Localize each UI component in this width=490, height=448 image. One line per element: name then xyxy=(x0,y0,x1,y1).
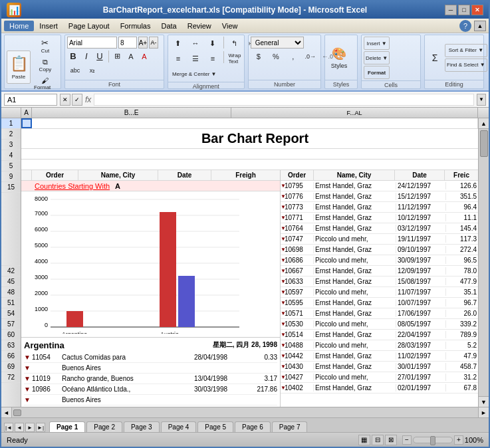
border-button[interactable]: ⊞ xyxy=(112,51,124,62)
paste-button[interactable]: 📋 Paste xyxy=(7,51,31,84)
menu-formulas[interactable]: Formulas xyxy=(115,21,156,31)
name-box[interactable]: A1 xyxy=(4,94,57,106)
tab-nav-next[interactable]: ► xyxy=(25,423,35,432)
font-color-button[interactable]: A xyxy=(138,51,150,62)
row-num-69[interactable]: 69 xyxy=(1,362,21,372)
tab-page-2[interactable]: Page 2 xyxy=(86,421,122,432)
insert-button[interactable]: Insert ▼ xyxy=(364,37,390,50)
font-name-input[interactable]: Arial xyxy=(67,37,117,49)
scroll-up-button[interactable]: ▲ xyxy=(479,118,489,129)
h-scroll-thumb[interactable] xyxy=(13,409,21,416)
scroll-right-button[interactable]: ► xyxy=(478,407,489,417)
row-num-60[interactable]: 60 xyxy=(1,330,21,340)
page-layout-view-button[interactable]: ⊟ xyxy=(372,435,384,445)
tab-page-3[interactable]: Page 3 xyxy=(124,421,160,432)
delete-button[interactable]: Delete ▼ xyxy=(364,51,390,64)
font-size-input[interactable]: 8 xyxy=(118,37,137,49)
row-num-5[interactable]: 5 xyxy=(1,161,21,171)
row-num-45[interactable]: 45 xyxy=(1,277,21,287)
styles-button[interactable]: 🎨 Styles xyxy=(327,41,351,74)
scroll-thumb[interactable] xyxy=(480,130,488,157)
tab-page-5[interactable]: Page 5 xyxy=(197,421,233,432)
scroll-track[interactable] xyxy=(479,158,489,396)
zoom-in-button[interactable]: + xyxy=(454,435,463,445)
row-num-72[interactable]: 72 xyxy=(1,372,21,383)
comma-button[interactable]: , xyxy=(285,50,301,63)
ribbon-toggle-button[interactable]: ▲ xyxy=(474,21,486,31)
vertical-scrollbar[interactable]: ▲ ▼ xyxy=(478,118,489,407)
maximize-button[interactable]: □ xyxy=(458,5,470,15)
row-num-3[interactable]: 3 xyxy=(1,140,21,150)
currency-button[interactable]: $ xyxy=(251,50,267,63)
align-top-button[interactable]: ⬆ xyxy=(170,37,186,50)
formula-input[interactable] xyxy=(94,94,474,106)
menu-page-layout[interactable]: Page Layout xyxy=(63,21,115,31)
decrease-font-button[interactable]: A- xyxy=(149,37,158,49)
row-num-9[interactable]: 9 xyxy=(1,171,21,182)
row-num-66[interactable]: 66 xyxy=(1,351,21,362)
cut-button[interactable]: ✂Cut xyxy=(32,37,59,55)
increase-font-button[interactable]: A+ xyxy=(138,37,148,49)
zoom-slider[interactable] xyxy=(413,437,453,443)
sort-filter-button[interactable]: Sort & Filter ▼ xyxy=(445,44,487,57)
zoom-thumb[interactable] xyxy=(430,436,435,445)
cancel-formula-button[interactable]: ✕ xyxy=(60,94,70,106)
menu-review[interactable]: Review xyxy=(182,21,217,31)
format-button[interactable]: Format xyxy=(364,66,390,79)
row-num-15[interactable]: 15 xyxy=(1,182,21,193)
menu-home[interactable]: Home xyxy=(4,21,34,31)
scroll-left-button[interactable]: ◄ xyxy=(1,407,12,417)
align-bottom-button[interactable]: ⬇ xyxy=(205,37,221,50)
copy-button[interactable]: ⧉Copy xyxy=(32,56,59,74)
find-select-button[interactable]: Find & Select ▼ xyxy=(445,58,487,72)
percent-button[interactable]: % xyxy=(268,50,284,63)
underline-button[interactable]: U xyxy=(94,50,106,62)
row-num-54[interactable]: 54 xyxy=(1,308,21,319)
row-num-63[interactable]: 63 xyxy=(1,340,21,351)
tab-nav-last[interactable]: ►| xyxy=(36,423,45,432)
number-format-select[interactable]: General Number Currency Accounting Date … xyxy=(251,37,304,49)
confirm-formula-button[interactable]: ✓ xyxy=(72,94,82,106)
sum-button[interactable]: Σ xyxy=(427,51,443,64)
bold-button[interactable]: B xyxy=(67,50,79,62)
row-num-48[interactable]: 48 xyxy=(1,287,21,298)
cell-a1[interactable] xyxy=(21,118,32,128)
tab-nav-first[interactable]: |◄ xyxy=(4,423,13,432)
align-center-button[interactable]: ☰ xyxy=(187,51,203,66)
scroll-down-button[interactable]: ▼ xyxy=(479,396,489,407)
col-header-rest[interactable]: F...AL xyxy=(231,108,478,118)
tab-page-6[interactable]: Page 6 xyxy=(235,421,271,432)
tab-page-1[interactable]: Page 1 xyxy=(49,421,85,432)
menu-data[interactable]: Data xyxy=(156,21,182,31)
normal-view-button[interactable]: ▦ xyxy=(358,435,370,445)
align-left-button[interactable]: ≡ xyxy=(170,51,186,66)
menu-view[interactable]: View xyxy=(217,21,243,31)
h-scroll-track[interactable] xyxy=(23,407,478,417)
merge-button[interactable]: Merge & Center ▼ xyxy=(170,67,219,80)
tab-nav-prev[interactable]: ◄ xyxy=(15,423,24,432)
fill-color-button[interactable]: A xyxy=(125,51,137,62)
close-button[interactable]: ✕ xyxy=(471,5,483,15)
col-header-a[interactable]: A xyxy=(21,108,32,118)
strikethrough-button[interactable]: abc xyxy=(67,64,83,77)
help-button[interactable]: ? xyxy=(459,20,471,32)
row-num-42[interactable]: 42 xyxy=(1,266,21,277)
menu-insert[interactable]: Insert xyxy=(34,21,63,31)
row-num-57[interactable]: 57 xyxy=(1,319,21,330)
text-direction-button[interactable]: ↰ xyxy=(227,37,243,50)
tab-page-4[interactable]: Page 4 xyxy=(161,421,197,432)
subscript-button[interactable]: x₂ xyxy=(84,64,100,77)
col-header-b[interactable]: B...E xyxy=(32,108,231,118)
increase-decimal-button[interactable]: .0→ xyxy=(303,50,318,63)
zoom-out-button[interactable]: − xyxy=(402,435,412,445)
align-middle-button[interactable]: ↔ xyxy=(187,37,203,50)
expand-formula-button[interactable]: ▼ xyxy=(477,94,486,106)
row-num-2[interactable]: 2 xyxy=(1,129,21,140)
row-num-4[interactable]: 4 xyxy=(1,150,21,161)
page-break-view-button[interactable]: ⊠ xyxy=(385,435,397,445)
italic-button[interactable]: I xyxy=(80,50,92,62)
row-num-51[interactable]: 51 xyxy=(1,298,21,308)
wrap-text-button[interactable]: Wrap Text xyxy=(226,51,243,66)
align-right-button[interactable]: ≡ xyxy=(205,51,221,66)
cell-b1[interactable] xyxy=(32,118,478,128)
